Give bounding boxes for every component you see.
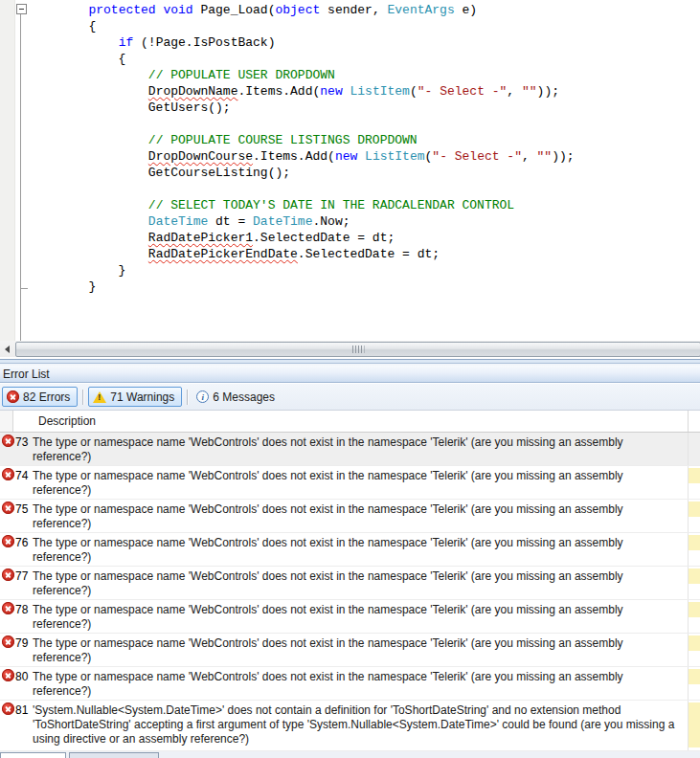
error-row[interactable]: 75The type or namespace name 'WebControl… [0,500,700,533]
errors-count-label: 82 Errors [23,390,70,404]
error-icon [2,535,14,547]
error-row[interactable]: 78The type or namespace name 'WebControl… [0,600,700,634]
error-number: 81 [15,703,28,717]
code-line: DropDownCourse.Items.Add(new ListItem("-… [29,148,575,165]
scroll-left-button[interactable] [0,341,14,357]
error-icon [2,435,14,447]
code-line: // SELECT TODAY'S DATE IN THE RADCALENDA… [29,197,575,213]
panel-title-label: Error List [3,368,50,381]
code-fold-line [20,12,21,341]
error-description: The type or namespace name 'WebControls'… [33,569,680,598]
error-list-title-bar[interactable]: Error List [0,366,700,383]
code-line: protected void Page_Load(object sender, … [29,2,575,18]
error-number: 75 [15,502,28,516]
error-number: 77 [15,569,28,583]
collapse-region-icon[interactable] [16,4,27,14]
code-line: // POPULATE USER DROPDOWN [29,67,575,83]
error-description: The type or namespace name 'WebControls'… [33,536,680,565]
code-line: if (!Page.IsPostBack) [29,34,575,51]
info-icon: i [196,390,209,403]
error-grid-header: Description [0,411,700,433]
error-number: 76 [15,536,28,549]
file-column-cell [689,602,700,617]
error-number: 80 [15,670,28,683]
fold-end-tick [21,288,28,289]
file-column-cell [689,702,700,747]
code-line: } [29,279,575,295]
file-column-cell [689,635,700,651]
error-icon [2,602,14,614]
warning-icon [93,391,106,403]
tool-window-tabstrip: Error ListFind Results 1 [0,751,700,758]
pane-splitter[interactable] [0,357,700,366]
messages-toggle-button[interactable]: i 6 Messages [192,387,282,407]
messages-count-label: 6 Messages [213,390,275,404]
scrollbar-thumb[interactable] [15,342,700,357]
error-icon [7,390,19,403]
code-line: } [29,262,575,279]
breakpoint-margin[interactable] [0,0,15,341]
error-row[interactable]: 74The type or namespace name 'WebControl… [0,466,700,500]
error-number: 74 [15,469,28,482]
scrollbar-grip-icon [352,346,365,353]
error-number: 79 [15,636,28,650]
error-description: 'System.Nullable<System.DateTime>' does … [33,703,680,747]
file-column-cell [689,568,700,584]
error-description: The type or namespace name 'WebControls'… [33,435,680,464]
code-line: { [29,51,575,67]
error-row[interactable]: 79The type or namespace name 'WebControl… [0,634,700,667]
error-row[interactable]: 80The type or namespace name 'WebControl… [0,667,700,701]
horizontal-scrollbar[interactable] [0,341,700,357]
warnings-toggle-button[interactable]: 71 Warnings [88,387,182,407]
file-column-cell [689,435,700,450]
error-icon [2,468,14,480]
left-arrow-icon [5,346,10,353]
toolbar-separator [82,390,83,405]
file-column-cell [689,669,700,684]
file-column-cell [689,502,700,517]
error-description: The type or namespace name 'WebControls'… [33,670,680,699]
file-column-cell [689,535,700,550]
tab-error-list[interactable]: Error List [0,752,66,758]
code-line: GetCourseListing(); [29,165,575,181]
error-rows: 73The type or namespace name 'WebControl… [0,433,700,751]
code-line [29,181,575,197]
error-row[interactable]: 73The type or namespace name 'WebControl… [0,433,700,466]
code-line: RadDatePickerEndDate.SelectedDate = dt; [29,246,575,262]
error-icon [2,568,14,581]
file-column-cell [689,468,700,483]
tab-find-results-1[interactable]: Find Results 1 [69,752,159,758]
error-description: The type or namespace name 'WebControls'… [33,469,680,498]
error-number: 73 [15,435,28,449]
error-description: The type or namespace name 'WebControls'… [33,502,680,531]
code-line: RadDatePicker1.SelectedDate = dt; [29,230,575,246]
code-editor[interactable]: protected void Page_Load(object sender, … [0,0,700,341]
code-line: DropDownName.Items.Add(new ListItem("- S… [29,83,575,100]
code-block[interactable]: protected void Page_Load(object sender, … [29,0,575,295]
error-row[interactable]: 77The type or namespace name 'WebControl… [0,567,700,600]
error-icon [2,669,14,681]
toolbar-separator [187,390,188,405]
error-list-toolbar: 82 Errors 71 Warnings i 6 Messages [0,384,700,411]
error-icon [2,635,14,648]
error-row[interactable]: 81'System.Nullable<System.DateTime>' doe… [0,701,700,751]
error-icon [2,702,14,715]
error-row[interactable]: 76The type or namespace name 'WebControl… [0,533,700,567]
errors-toggle-button[interactable]: 82 Errors [2,387,78,407]
code-line: DateTime dt = DateTime.Now; [29,213,575,230]
ide-window: protected void Page_Load(object sender, … [0,0,700,758]
code-line: GetUsers(); [29,100,575,116]
code-line: { [29,18,575,34]
code-line [29,116,575,132]
column-divider[interactable] [688,411,689,432]
code-line: // POPULATE COURSE LISTINGS DROPDOWN [29,132,575,148]
warnings-count-label: 71 Warnings [110,390,174,404]
error-description: The type or namespace name 'WebControls'… [33,603,680,632]
error-number: 78 [15,603,28,616]
icon-column-header[interactable] [0,411,13,432]
error-description: The type or namespace name 'WebControls'… [33,636,680,665]
error-icon [2,502,14,514]
description-column-header[interactable]: Description [38,414,96,428]
